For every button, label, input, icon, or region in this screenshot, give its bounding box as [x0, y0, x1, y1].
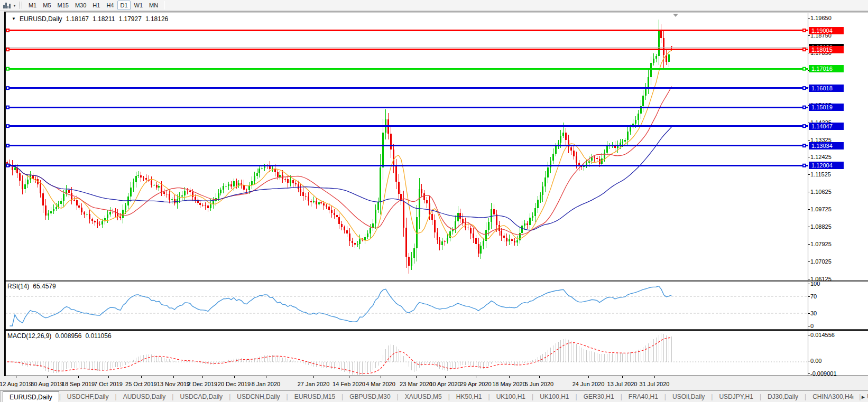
price-level-badge-1.17016: 1.17016: [809, 65, 844, 72]
macd-axis-label: 0.00: [810, 358, 821, 364]
tab-scroll-right-icon[interactable]: ►: [861, 394, 866, 400]
date-axis-label: 23 Mar 2020: [400, 381, 432, 387]
date-axis-label: 12 Aug 2019: [0, 381, 32, 387]
symbol-tab-usoil-daily[interactable]: USOil,Daily: [666, 391, 711, 402]
line-anchor-marker-center: [7, 107, 8, 108]
rsi-axis-label: 70: [810, 293, 817, 300]
price-level-badge-1.18015: 1.18015: [809, 46, 844, 53]
symbol-tabs: EURUSD,Daily|USDCHF,Daily|AUDUSD,Daily|U…: [3, 391, 868, 402]
symbol-tab-eurusd-daily[interactable]: EURUSD,Daily: [3, 391, 59, 402]
symbol-tab-eurusd-m15[interactable]: EURUSD,M15: [288, 391, 341, 402]
line-anchor-marker-center: [804, 145, 805, 146]
rsi-indicator-name: RSI(14): [7, 283, 29, 290]
chart-title: ▼ EURUSD,Daily 1.18167 1.18211 1.17927 1…: [12, 15, 168, 23]
price-axis-tick-label: 1.12425: [810, 154, 832, 160]
price-axis-tick-label: 1.08825: [810, 223, 832, 230]
line-anchor-marker-center: [804, 30, 805, 31]
ohlc-open: 1.18167: [66, 15, 89, 23]
symbol-tab-usdchf-daily[interactable]: USDCHF,Daily: [61, 391, 115, 402]
macd-panel-label: MACD(12,26,9) 0.008956 0.011056: [7, 332, 112, 340]
symbol-tab-gbpusd-m30[interactable]: GBPUSD,M30: [343, 391, 396, 402]
mid-ma-line: [7, 87, 672, 235]
date-axis-label: 24 Jun 2020: [572, 381, 605, 387]
symbol-tab-audusd-daily[interactable]: AUDUSD,Daily: [117, 391, 172, 402]
line-anchor-marker-center: [804, 68, 805, 70]
date-axis-label: 7 Oct 2019: [94, 381, 123, 387]
trading-platform-window: ▼ M1M5M15M30H1H4D1W1MN 1.196501.187501.1…: [0, 0, 868, 402]
price-level-badge-1.15019: 1.15019: [809, 104, 844, 111]
date-axis-label: 5 Jun 2020: [525, 381, 553, 387]
line-anchor-marker-center: [7, 87, 8, 89]
date-axis-label: 8 Jan 2020: [252, 381, 280, 387]
line-anchor-marker-center: [804, 165, 805, 166]
symbol-tab-ger30-h1[interactable]: GER30,H1: [577, 391, 621, 402]
price-level-badge-1.14047: 1.14047: [809, 123, 844, 130]
price-axis-tick-label: 1.07025: [810, 258, 832, 265]
ohlc-high: 1.18211: [93, 15, 115, 23]
line-anchor-marker-center: [804, 49, 805, 50]
symbol-tab-usdcad-daily[interactable]: USDCAD,Daily: [173, 391, 229, 402]
date-axis-label: 29 Apr 2020: [460, 381, 491, 387]
date-axis-label: 4 Mar 2020: [366, 381, 395, 387]
line-anchor-marker-center: [7, 68, 8, 70]
line-anchor-marker-center: [804, 87, 805, 89]
date-axis-label: 25 Oct 2019: [125, 381, 157, 387]
line-anchor-marker-center: [7, 49, 8, 50]
price-level-badge-1.19004: 1.19004: [809, 27, 844, 34]
macd-signal-line: [7, 338, 672, 373]
macd-axis-label: 0.014556: [810, 332, 835, 338]
price-level-badge-1.16018: 1.16018: [809, 85, 844, 92]
ohlc-close: 1.18126: [145, 15, 168, 23]
ohlc-low: 1.17927: [119, 15, 142, 23]
date-axis-label: 13 Nov 2019: [157, 381, 190, 387]
line-anchor-marker-center: [804, 107, 805, 108]
price-axis-tick-label: 1.10625: [810, 189, 832, 195]
symbol-tab-usdcnh-daily[interactable]: USDCNH,Daily: [230, 391, 286, 402]
symbol-tab-dj30-daily[interactable]: DJ30,Daily: [761, 391, 805, 402]
chart-canvas[interactable]: [0, 0, 868, 402]
date-axis-label: 14 Feb 2020: [333, 381, 365, 387]
price-level-badge-1.12004: 1.12004: [809, 162, 844, 169]
price-axis-tick-label: 1.19650: [810, 15, 832, 21]
price-axis-tick-label: 1.11525: [810, 171, 831, 177]
tab-scroll-arrows: ◄ ►: [849, 391, 866, 402]
rsi-axis-label: 100: [810, 281, 820, 287]
line-anchor-marker-center: [7, 125, 8, 127]
macd-histogram: [7, 333, 672, 375]
date-axis-label: 13 Jul 2020: [607, 381, 638, 387]
rsi-panel-label: RSI(14) 65.4579: [7, 283, 56, 290]
chart-shift-marker[interactable]: [673, 14, 678, 17]
date-axis-label: 18 Sep 2019: [62, 381, 95, 387]
symbol-tab-xauusd-m5[interactable]: XAUUSD,M5: [399, 391, 448, 402]
line-anchor-marker-center: [7, 145, 8, 146]
date-axis-label: 27 Jan 2020: [298, 381, 330, 387]
tab-bar-grip[interactable]: [0, 391, 1, 402]
line-anchor-marker-center: [7, 30, 8, 31]
symbol-tab-usdjpy-h1[interactable]: USDJPY,H1: [713, 391, 759, 402]
macd-axis-label: -0.009001: [810, 370, 837, 377]
tab-scroll-left-icon[interactable]: ◄: [849, 394, 854, 400]
rsi-current-value: 65.4579: [33, 283, 56, 290]
date-axis-label: 30 Aug 2019: [31, 381, 63, 387]
rsi-line: [10, 286, 671, 326]
date-axis-label: 18 May 2020: [492, 381, 526, 387]
candlestick-series: [6, 20, 672, 274]
macd-signal-value: 0.011056: [85, 332, 111, 340]
date-axis-label: 2 Dec 2019: [188, 381, 217, 387]
date-axis-label: 20 Dec 2019: [218, 381, 251, 387]
rsi-axis-label: 0: [810, 323, 814, 329]
line-anchor-marker-center: [7, 165, 8, 166]
symbol-timeframe-label: EURUSD,Daily: [20, 15, 62, 23]
macd-current-value: 0.008956: [55, 332, 81, 340]
symbol-tab-uk100-h1[interactable]: UK100,H1: [490, 391, 532, 402]
price-axis-tick-label: 1.09725: [810, 206, 832, 212]
symbol-tab-hk50-h1[interactable]: HK50,H1: [450, 391, 488, 402]
date-axis-label: 31 Jul 2020: [640, 381, 670, 387]
symbol-tab-fra40-h1[interactable]: FRA40,H1: [622, 391, 664, 402]
symbol-dropdown-icon[interactable]: ▼: [12, 16, 16, 23]
price-axis-tick-label: 1.07925: [810, 241, 832, 247]
rsi-axis-label: 30: [810, 310, 817, 316]
macd-indicator-name: MACD(12,26,9): [7, 332, 51, 340]
symbol-tab-uk100-h1[interactable]: UK100,H1: [533, 391, 575, 402]
bottom-tab-bar: EURUSD,Daily|USDCHF,Daily|AUDUSD,Daily|U…: [0, 390, 868, 402]
